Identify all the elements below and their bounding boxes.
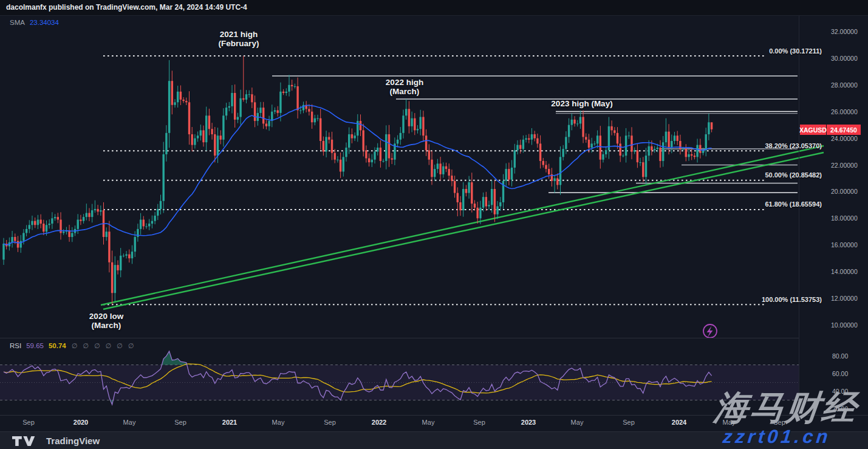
price-tick-20.00000: 20.00000 <box>831 188 858 195</box>
time-tick-13-2024: 2024 <box>672 419 686 426</box>
rsi-tick-60.00: 60.00 <box>832 370 848 377</box>
watermark-url: zzrt01.cn <box>722 426 832 448</box>
watermark-chinese: 海马财经 <box>712 385 860 431</box>
rsi-legend[interactable]: RSI59.6550.74∅∅∅∅∅∅ <box>10 342 134 350</box>
price-tick-30.00000: 30.00000 <box>831 55 858 62</box>
last-price-badge: 24.67450 <box>827 125 861 135</box>
attribution-text: dacolmanfx published on TradingView.com,… <box>6 3 247 12</box>
time-tick-11-May: May <box>571 419 584 426</box>
time-tick-2-May: May <box>123 419 136 426</box>
time-tick-1-2020: 2020 <box>73 419 88 426</box>
annotation-2021-high: 2021 high (February) <box>219 30 259 48</box>
fib-label-38.2: 38.20% (23.05370) <box>714 142 822 149</box>
sma-legend[interactable]: SMA23.34034 <box>10 19 59 26</box>
fib-label-61.8: 61.80% (18.65594) <box>714 201 822 208</box>
fib-label-0: 0.00% (30.17211) <box>714 47 822 55</box>
time-tick-12-Sep: Sep <box>623 419 635 426</box>
time-tick-10-2023: 2023 <box>521 419 536 426</box>
price-tick-14.00000: 14.00000 <box>831 268 858 275</box>
pane-divider[interactable] <box>0 338 799 338</box>
fib-label-50: 50.00% (20.85482) <box>714 171 822 179</box>
rsi-null-value: ∅ <box>106 342 112 349</box>
time-tick-8-May: May <box>422 419 435 426</box>
sma-legend-value: 23.34034 <box>30 19 59 26</box>
tradingview-brand-text[interactable]: TradingView <box>46 436 100 446</box>
fib-label-100: 100.00% (11.53753) <box>714 296 822 303</box>
price-tick-12.00000: 12.00000 <box>831 295 858 302</box>
tradingview-logo-icon[interactable] <box>12 436 40 446</box>
rsi-legend-label: RSI <box>10 342 21 349</box>
time-tick-3-Sep: Sep <box>174 419 186 426</box>
symbol-badge: XAGUSD <box>800 125 826 135</box>
price-tick-22.00000: 22.00000 <box>831 162 858 169</box>
rsi-null-value: ∅ <box>94 342 100 349</box>
rsi-empty-slots: ∅∅∅∅∅∅ <box>66 342 134 349</box>
time-tick-0-Sep: Sep <box>22 419 35 426</box>
rsi-null-value: ∅ <box>117 342 123 349</box>
price-tick-28.00000: 28.00000 <box>831 81 858 89</box>
time-tick-4-2021: 2021 <box>222 419 237 426</box>
price-tick-18.00000: 18.00000 <box>831 214 858 222</box>
sma-legend-label: SMA <box>10 19 25 26</box>
tradingview-snapshot: dacolmanfx published on TradingView.com,… <box>0 0 868 449</box>
price-tick-10.00000: 10.00000 <box>831 321 858 329</box>
annotation-2022-high: 2022 high (March) <box>386 78 423 96</box>
time-tick-6-Sep: Sep <box>324 419 336 426</box>
rsi-ma-legend-value: 50.74 <box>49 342 66 349</box>
price-tick-16.00000: 16.00000 <box>831 241 858 248</box>
rsi-tick-80.00: 80.00 <box>832 352 848 360</box>
price-chart-canvas[interactable] <box>0 0 868 449</box>
price-tick-24.00000: 24.00000 <box>831 135 858 142</box>
rsi-legend-value: 59.65 <box>26 342 44 349</box>
price-axis-divider <box>799 16 799 415</box>
annotation-2023-high: 2023 high (May) <box>551 100 612 109</box>
rsi-null-value: ∅ <box>128 342 134 349</box>
annotation-2020-low: 2020 low (March) <box>89 312 123 330</box>
time-tick-7-2022: 2022 <box>372 419 386 426</box>
price-tick-26.00000: 26.00000 <box>831 108 858 115</box>
time-tick-5-May: May <box>272 419 285 426</box>
trendline-0[interactable] <box>101 146 824 305</box>
attribution-bar: dacolmanfx published on TradingView.com,… <box>0 0 868 16</box>
flash-icon[interactable] <box>703 324 717 338</box>
rsi-null-value: ∅ <box>72 342 78 349</box>
rsi-null-value: ∅ <box>83 342 89 349</box>
time-tick-9-Sep: Sep <box>473 419 485 426</box>
price-tick-32.00000: 32.00000 <box>831 28 858 35</box>
